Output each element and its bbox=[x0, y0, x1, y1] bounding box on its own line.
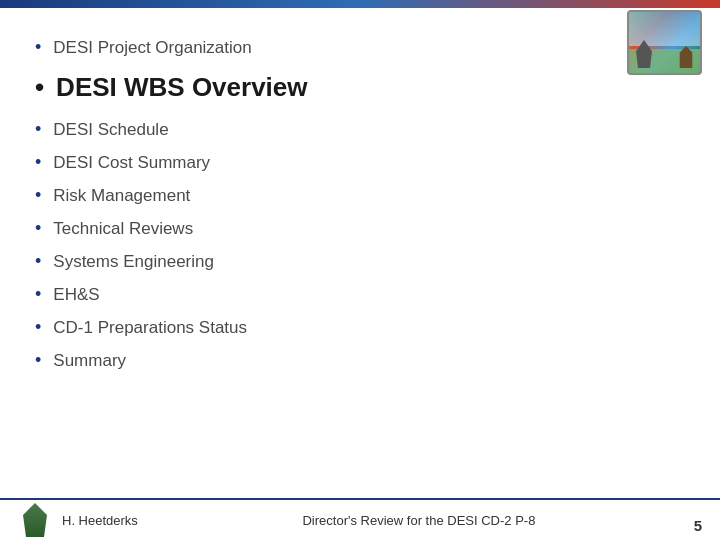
list-item: • DESI Project Organization bbox=[35, 35, 685, 62]
list-item: • CD-1 Preparations Status bbox=[35, 315, 685, 342]
footer-center-text: Director's Review for the DESI CD-2 P-8 bbox=[138, 513, 700, 528]
top-bar bbox=[0, 0, 720, 8]
item-label-main: DESI WBS Overview bbox=[56, 70, 307, 105]
bullet-icon: • bbox=[35, 252, 41, 270]
list-item: • Risk Management bbox=[35, 183, 685, 210]
bullet-icon: • bbox=[35, 120, 41, 138]
footer-icon bbox=[20, 503, 50, 537]
list-item: • DESI Cost Summary bbox=[35, 150, 685, 177]
bullet-icon: • bbox=[35, 186, 41, 204]
item-label: DESI Schedule bbox=[53, 119, 168, 142]
bullet-icon: • bbox=[35, 318, 41, 336]
list-item: • Summary bbox=[35, 348, 685, 375]
footer-page-number: 5 bbox=[694, 517, 702, 534]
item-label: Summary bbox=[53, 350, 126, 373]
item-label: Risk Management bbox=[53, 185, 190, 208]
bullet-icon: • bbox=[35, 351, 41, 369]
bullet-icon: • bbox=[35, 219, 41, 237]
bullet-icon: • bbox=[35, 153, 41, 171]
item-label: DESI Cost Summary bbox=[53, 152, 210, 175]
footer-author: H. Heetderks bbox=[62, 513, 138, 528]
item-label: EH&S bbox=[53, 284, 99, 307]
footer: H. Heetderks Director's Review for the D… bbox=[0, 498, 720, 540]
item-label: CD-1 Preparations Status bbox=[53, 317, 247, 340]
item-label: Systems Engineering bbox=[53, 251, 214, 274]
list-item: • DESI Schedule bbox=[35, 117, 685, 144]
bullet-icon-main: • bbox=[35, 74, 44, 100]
logo-image bbox=[627, 10, 702, 75]
bullet-icon: • bbox=[35, 285, 41, 303]
list-item-highlighted: • DESI WBS Overview bbox=[35, 68, 685, 107]
list-item: • Technical Reviews bbox=[35, 216, 685, 243]
content-area: • DESI Project Organization • DESI WBS O… bbox=[0, 13, 720, 391]
bullet-icon: • bbox=[35, 38, 41, 56]
list-item: • EH&S bbox=[35, 282, 685, 309]
list-item: • Systems Engineering bbox=[35, 249, 685, 276]
item-label: Technical Reviews bbox=[53, 218, 193, 241]
item-label: DESI Project Organization bbox=[53, 37, 251, 60]
footer-left: H. Heetderks bbox=[20, 503, 138, 537]
